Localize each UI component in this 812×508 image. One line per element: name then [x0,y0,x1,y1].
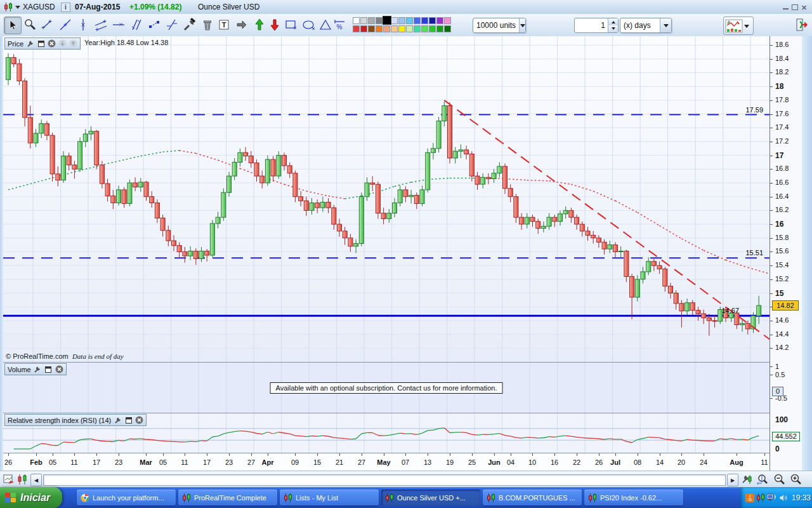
taskbar-item-2[interactable]: ProRealTime Complete [178,490,277,505]
time-axis[interactable]: 26 Feb 05 11 17 23 Mar 05 11 17 23 27 Ap… [3,453,769,471]
line-tool-button[interactable] [57,17,74,33]
palette-color-14[interactable] [360,25,367,32]
palette-color-23[interactable] [429,25,436,32]
palette-color-19[interactable] [398,25,405,32]
palette-color-0[interactable] [353,17,360,24]
rsi-settings-icon[interactable] [114,416,122,424]
price-window-icon[interactable] [37,39,45,48]
close-icon[interactable]: ✕ [801,4,809,10]
exit-button[interactable] [793,16,811,34]
timeframe-combo[interactable]: (x) days [620,18,672,33]
palette-color-9[interactable] [421,17,428,24]
volume-panel[interactable]: Volume Available with an optional subscr… [3,362,769,413]
horizontal-line-tool-button[interactable] [110,17,127,33]
parallel-lines-tool-button[interactable] [128,17,145,33]
triangle-tool-button[interactable] [317,17,334,33]
link-charts-button[interactable] [16,473,29,486]
percent-retracement-tool-button[interactable]: % [332,17,346,33]
volume-tray-icon[interactable] [779,493,788,502]
palette-color-25[interactable] [444,25,451,32]
rectangle-tool-button[interactable] [283,17,299,33]
rsi-panel[interactable]: Relative strength index (RSI) (14) [3,413,769,453]
palette-color-11[interactable] [436,17,443,24]
prorealtime-tray-icon[interactable] [756,493,765,502]
trend-slash-tool-button[interactable] [164,17,180,33]
palette-color-17[interactable] [383,25,390,32]
rsi-close-icon[interactable] [135,416,143,424]
taskbar-item-6[interactable]: PSI20 Index -0.62... [584,490,683,505]
palette-color-20[interactable] [406,25,413,32]
price-settings-icon[interactable] [26,39,34,48]
scroll-right-button[interactable]: ▶ [727,474,738,486]
taskbar-item-5[interactable]: B.COM.PORTUGUES ... [483,490,582,505]
channel-tool-button[interactable] [93,17,109,33]
interval-spinner[interactable]: 1 [574,18,619,33]
units-combo[interactable]: 10000 units [473,18,526,33]
zoom-range-button[interactable] [756,473,769,486]
taskbar-item-4[interactable]: Ounce Silver USD +... [381,490,480,505]
chart-type-dropdown-icon[interactable] [744,25,749,30]
time-tick-label: 22 [573,458,580,466]
down-arrow-tool-button[interactable] [266,17,283,33]
volume-close-icon[interactable] [55,365,63,373]
palette-color-15[interactable] [368,25,375,32]
palette-color-6[interactable] [398,17,405,24]
drawing-settings-button[interactable] [181,17,198,33]
palette-color-24[interactable] [436,25,443,32]
short-segment-tool-button[interactable] [146,17,162,33]
network-display-tray-icon[interactable] [767,493,777,502]
price-move-up-icon[interactable] [69,39,77,48]
spinner-up-icon[interactable] [608,18,618,25]
vertical-line-tool-button[interactable] [75,17,91,33]
palette-color-7[interactable] [406,17,413,24]
zoom-out-button[interactable] [773,473,785,486]
segment-tool-button[interactable] [39,17,56,33]
scroll-left-button[interactable]: ◀ [30,474,42,486]
timeframe-dropdown-icon[interactable] [660,18,671,32]
taskbar-item-1[interactable]: Launch your platform... [77,490,176,505]
palette-color-1[interactable] [360,17,367,24]
spinner-down-icon[interactable] [608,25,618,32]
price-chart-canvas[interactable]: 17.5915.5114.67 Price Year:High 18.48 Lo… [3,36,769,362]
right-arrow-tool-button[interactable] [233,17,250,33]
palette-color-16[interactable] [376,25,383,32]
palette-color-18[interactable] [391,25,398,32]
palette-color-8[interactable] [414,17,421,24]
chart-type-button[interactable] [723,17,754,35]
minimize-icon[interactable] [783,4,790,10]
taskbar-item-3[interactable]: Lists - My List [280,490,379,505]
palette-color-10[interactable] [429,17,436,24]
pointer-tool-button[interactable] [4,17,22,34]
zoom-in-button[interactable] [789,473,802,486]
price-close-icon[interactable] [48,39,56,48]
volume-settings-icon[interactable] [34,365,42,373]
window-titlebar: XAGUSD i 07-Aug-2015 +1.09% (14.82) Ounc… [0,0,812,15]
java-tray-icon[interactable] [745,493,754,502]
up-arrow-tool-button[interactable] [251,17,268,33]
price-axis[interactable]: 14.2 14.4 14.6 14.8 15 15.2 15.4 15.6 15… [769,36,802,471]
info-icon[interactable]: i [61,3,70,12]
volume-window-icon[interactable] [44,365,53,373]
rsi-window-icon[interactable] [124,416,133,424]
price-move-down-icon[interactable] [58,39,67,48]
time-tick [472,453,473,456]
palette-color-22[interactable] [421,25,428,32]
symbol-dropdown-icon[interactable] [15,6,20,11]
units-dropdown-icon[interactable] [519,18,525,32]
palette-color-3[interactable] [376,17,383,24]
detach-chart-button[interactable] [3,473,15,486]
restore-icon[interactable] [792,4,799,10]
text-tool-button[interactable]: T [216,17,232,33]
horizontal-scrollbar-track[interactable] [43,474,726,486]
palette-color-4[interactable] [383,16,391,25]
palette-color-5[interactable] [391,17,398,24]
palette-color-12[interactable] [444,17,451,24]
palette-color-21[interactable] [414,25,421,32]
delete-tool-button[interactable] [199,17,216,33]
palette-color-2[interactable] [368,17,375,24]
axis-settings-button[interactable] [741,473,754,486]
zoom-tool-button[interactable] [22,17,38,33]
ellipse-tool-button[interactable] [301,17,317,33]
start-button[interactable]: Iniciar [0,487,62,508]
palette-color-13[interactable] [353,25,360,32]
